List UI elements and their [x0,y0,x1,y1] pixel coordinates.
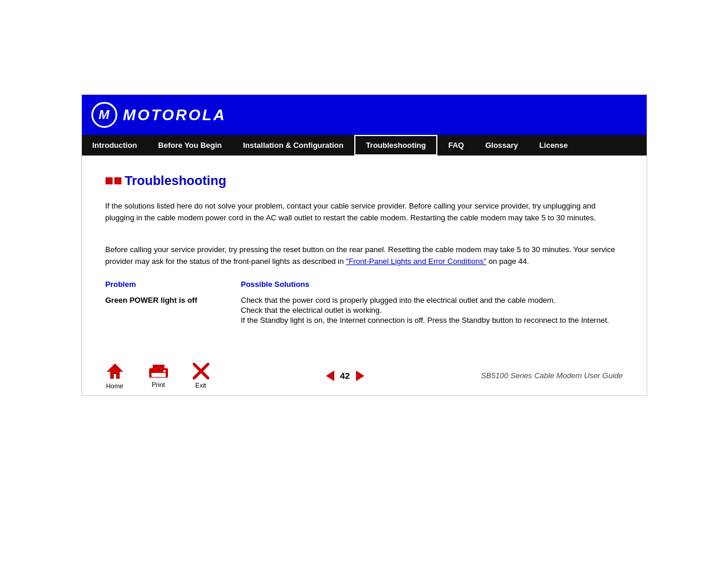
logo-m-letter: M [98,107,109,123]
nav-item-license[interactable]: License [529,136,578,154]
nav-item-introduction[interactable]: Introduction [82,136,148,154]
intro-paragraph-1: If the solutions listed here do not solv… [106,200,623,224]
navigation-bar: Introduction Before You Begin Installati… [82,135,647,156]
title-dot-2 [114,177,121,184]
nav-item-installation[interactable]: Installation & Configuration [232,136,354,154]
svg-rect-3 [151,373,166,377]
page-title-row: Troubleshooting [106,173,623,189]
solutions-cell: Check that the power cord is properly pl… [241,293,623,328]
motorola-logo: M MOTOROLA [91,102,226,128]
home-button[interactable]: Home [106,362,124,389]
title-icon [106,177,121,184]
svg-point-4 [163,370,166,372]
nav-item-glossary[interactable]: Glossary [475,136,529,154]
content-area: Troubleshooting If the solutions listed … [82,156,647,352]
print-label: Print [151,381,165,388]
page-number: 42 [340,371,350,381]
home-label: Home [106,382,123,389]
front-panel-link[interactable]: "Front-Panel Lights and Error Conditions… [346,257,486,266]
col-problem-header: Problem [106,277,241,293]
exit-button[interactable]: Exit [193,363,209,389]
intro-paragraph-2: Before calling your service provider, tr… [106,244,623,267]
col-solutions-header: Possible Solutions [241,277,623,293]
footer-row: Home Print [82,362,647,389]
exit-icon [193,363,209,379]
svg-marker-0 [107,363,123,379]
solution-3: If the Standby light is on, the Internet… [241,316,623,325]
page-number-area: 42 [326,371,364,381]
home-icon [106,362,124,380]
exit-label: Exit [195,382,206,389]
footer-left-buttons: Home Print [106,362,209,389]
nav-item-faq[interactable]: FAQ [437,136,475,154]
table-header: Problem Possible Solutions [106,277,623,293]
logo-bar: M MOTOROLA [82,95,647,135]
problem-cell: Green POWER light is off [106,293,241,328]
next-page-arrow[interactable] [356,371,364,381]
svg-rect-2 [153,365,164,371]
print-button[interactable]: Print [148,363,169,388]
page-title: Troubleshooting [125,173,226,189]
nav-item-troubleshooting[interactable]: Troubleshooting [354,135,438,156]
solution-2: Check that the electrical outlet is work… [241,306,623,315]
troubleshooting-table: Problem Possible Solutions Green POWER l… [106,277,623,328]
footer-navigation: Home Print [82,352,647,395]
para2-suffix: on page 44. [486,257,529,266]
brand-name: MOTOROLA [123,106,226,124]
logo-circle: M [91,102,117,128]
title-dot-1 [106,177,113,184]
nav-item-before-you-begin[interactable]: Before You Begin [147,136,232,154]
solution-1: Check that the power cord is properly pl… [241,296,623,305]
doc-title-footer: SB5100 Series Cable Modem User Guide [481,371,623,380]
table-row: Green POWER light is off Check that the … [106,293,623,328]
prev-page-arrow[interactable] [326,371,334,381]
print-icon [148,363,169,379]
